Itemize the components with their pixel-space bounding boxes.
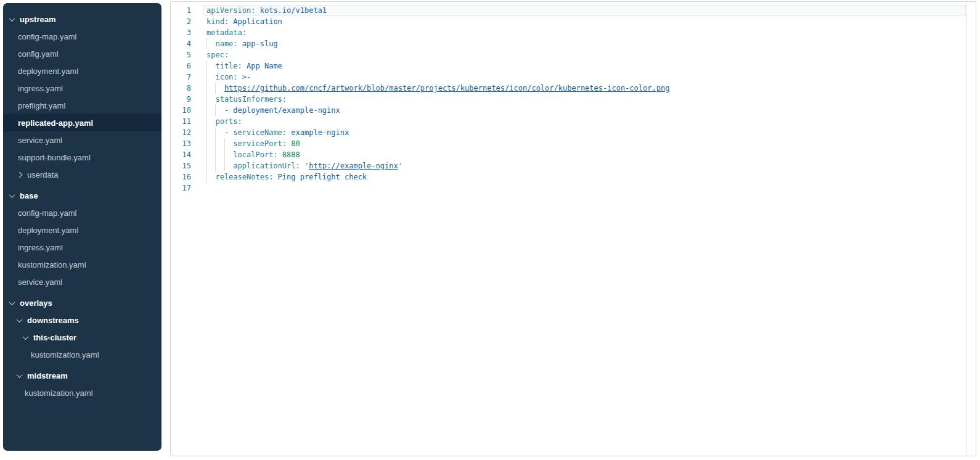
sidebar-item-label: kustomization.yaml: [25, 388, 93, 398]
code-line[interactable]: icon: >-: [206, 72, 966, 83]
code-token: App Name: [247, 62, 282, 70]
sidebar-item-deployment-yaml[interactable]: deployment.yaml: [3, 221, 161, 239]
sidebar-item-label: ingress.yaml: [18, 243, 63, 252]
indent-guide: [206, 160, 207, 171]
indent-guide: [206, 116, 207, 127]
sidebar-item-label: replicated-app.yaml: [18, 118, 93, 128]
code-line[interactable]: spec:: [206, 49, 966, 60]
code-link[interactable]: http://example-nginx: [309, 162, 398, 170]
sidebar-item-preflight-yaml[interactable]: preflight.yaml: [3, 97, 161, 114]
sidebar-item-downstreams[interactable]: downstreams: [3, 311, 161, 329]
sidebar-item-overlays[interactable]: overlays: [3, 294, 161, 311]
line-number: 17: [171, 183, 191, 194]
sidebar-item-kustomization-yaml[interactable]: kustomization.yaml: [3, 384, 161, 401]
sidebar-item-upstream[interactable]: upstream: [3, 10, 161, 28]
code-line[interactable]: metadata:: [206, 27, 966, 38]
sidebar-item-kustomization-yaml[interactable]: kustomization.yaml: [3, 256, 161, 273]
code-token: -: [206, 106, 233, 115]
code-line[interactable]: localPort: 8888: [206, 149, 966, 160]
code-line[interactable]: [206, 183, 966, 194]
sidebar-item-deployment-yaml[interactable]: deployment.yaml: [3, 62, 161, 80]
chevron-down-icon: [17, 372, 23, 378]
code-token: releaseNotes:: [206, 173, 278, 181]
sidebar-item-replicated-app-yaml[interactable]: replicated-app.yaml: [3, 114, 161, 131]
code-token: Application: [233, 17, 282, 26]
line-number: 11: [171, 116, 191, 127]
code-token: example-nginx: [291, 128, 349, 137]
code-line[interactable]: - serviceName: example-nginx: [206, 127, 966, 138]
indent-guide: [224, 160, 225, 171]
indent-guide: [224, 138, 225, 149]
scrollbar-track-divider: [966, 2, 967, 456]
sidebar-item-service-yaml[interactable]: service.yaml: [3, 273, 161, 290]
code-line[interactable]: apiVersion: kots.io/v1beta1: [206, 5, 966, 16]
sidebar-item-label: config.yaml: [18, 49, 59, 59]
sidebar-item-config-map-yaml[interactable]: config-map.yaml: [3, 204, 161, 221]
indent-guide: [206, 105, 207, 116]
code-line[interactable]: ports:: [206, 116, 966, 127]
code-token: name:: [206, 39, 242, 48]
code-line[interactable]: servicePort: 80: [206, 138, 966, 149]
code-line[interactable]: title: App Name: [206, 60, 966, 72]
sidebar-item-midstream[interactable]: midstream: [3, 367, 161, 384]
code-token: applicationUrl:: [206, 162, 304, 170]
code-token: spec:: [206, 51, 229, 59]
code-token: icon: >-: [206, 73, 251, 81]
indent-guide: [206, 171, 207, 183]
code-line[interactable]: statusInformers:: [206, 94, 966, 105]
code-token: title:: [206, 62, 247, 70]
code-area[interactable]: apiVersion: kots.io/v1beta1kind: Applica…: [206, 5, 966, 194]
line-number: 16: [171, 171, 191, 183]
line-number: 3: [171, 27, 191, 38]
sidebar-item-kustomization-yaml[interactable]: kustomization.yaml: [3, 346, 161, 363]
sidebar-item-label: upstream: [20, 15, 56, 24]
code-token: app-slug: [242, 39, 278, 48]
code-token: localPort:: [206, 150, 282, 159]
code-link[interactable]: https://github.com/cncf/artwork/blob/mas…: [224, 84, 669, 92]
sidebar-item-base[interactable]: base: [3, 187, 161, 204]
sidebar-item-label: base: [20, 191, 38, 200]
code-line[interactable]: - deployment/example-nginx: [206, 105, 966, 116]
indent-guide: [224, 149, 225, 160]
line-number: 12: [171, 127, 191, 138]
chevron-down-icon: [9, 299, 15, 305]
sidebar-item-config-map-yaml[interactable]: config-map.yaml: [3, 28, 161, 45]
sidebar-item-label: service.yaml: [18, 136, 62, 145]
sidebar-item-label: midstream: [27, 371, 68, 380]
code-line[interactable]: kind: Application: [206, 16, 966, 27]
indent-guide: [206, 72, 207, 83]
code-token: 80: [291, 139, 300, 148]
line-number-gutter: 1234567891011121314151617: [171, 5, 191, 194]
code-editor[interactable]: 1234567891011121314151617 apiVersion: ko…: [170, 1, 976, 456]
indent-guide: [206, 38, 207, 49]
sidebar-item-label: config-map.yaml: [18, 208, 76, 218]
code-line[interactable]: name: app-slug: [206, 38, 966, 49]
sidebar-item-this-cluster[interactable]: this-cluster: [3, 329, 161, 346]
code-token: metadata:: [206, 28, 247, 37]
line-number: 4: [171, 38, 191, 49]
code-line[interactable]: https://github.com/cncf/artwork/blob/mas…: [206, 83, 966, 94]
sidebar-item-config-yaml[interactable]: config.yaml: [3, 45, 161, 62]
chevron-down-icon: [17, 316, 23, 322]
sidebar-item-label: deployment.yaml: [18, 67, 78, 76]
sidebar-item-label: support-bundle.yaml: [18, 153, 91, 162]
sidebar-item-ingress-yaml[interactable]: ingress.yaml: [3, 80, 161, 97]
sidebar-item-label: this-cluster: [33, 333, 76, 342]
code-line[interactable]: applicationUrl: 'http://example-nginx': [206, 160, 966, 171]
sidebar-item-service-yaml[interactable]: service.yaml: [3, 131, 161, 149]
sidebar-item-ingress-yaml[interactable]: ingress.yaml: [3, 239, 161, 256]
indent-guide: [206, 127, 207, 138]
code-token: deployment/example-nginx: [233, 106, 340, 115]
code-token: kots.io/v1beta1: [260, 6, 327, 15]
sidebar-item-userdata[interactable]: userdata: [3, 166, 161, 183]
chevron-down-icon: [23, 334, 29, 340]
sidebar-item-label: ingress.yaml: [18, 84, 63, 93]
code-token: 8888: [282, 150, 300, 159]
indent-guide: [206, 138, 207, 149]
line-number: 13: [171, 138, 191, 149]
code-line[interactable]: releaseNotes: Ping preflight check: [206, 171, 966, 183]
indent-guide: [206, 60, 207, 72]
sidebar-item-support-bundle-yaml[interactable]: support-bundle.yaml: [3, 149, 161, 166]
indent-guide: [215, 160, 216, 171]
indent-guide: [215, 149, 216, 160]
